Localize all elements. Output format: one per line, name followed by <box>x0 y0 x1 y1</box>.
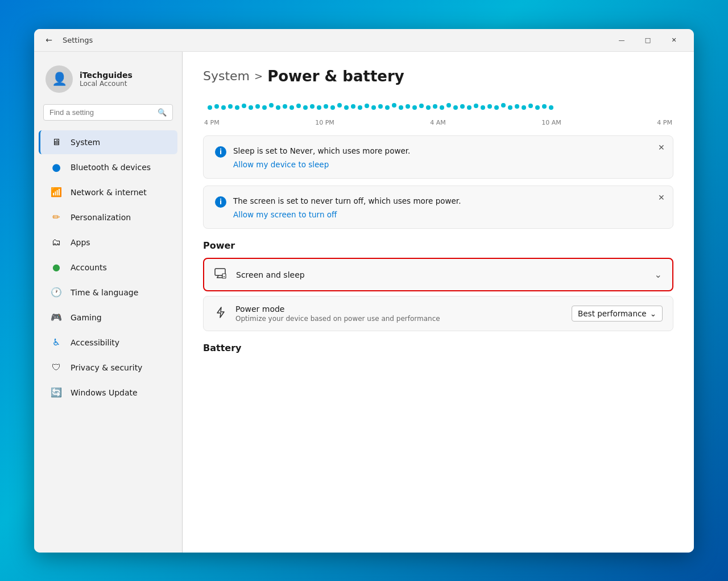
window-title: Settings <box>63 36 93 44</box>
svg-point-24 <box>371 105 376 110</box>
sidebar-item-system[interactable]: 🖥 System <box>39 130 177 154</box>
svg-point-20 <box>344 105 349 110</box>
screen-alert-close[interactable]: ✕ <box>658 193 665 202</box>
window-content: 👤 iTechguides Local Account 🔍 🖥 System ●… <box>34 52 694 553</box>
svg-point-10 <box>276 105 280 110</box>
close-button[interactable]: ✕ <box>661 31 687 49</box>
sleep-alert-icon: i <box>215 146 226 158</box>
svg-point-11 <box>283 104 287 109</box>
sleep-alert-text: Sleep is set to Never, which uses more p… <box>233 146 410 155</box>
power-mode-description: Optimize your device based on power use … <box>235 315 562 323</box>
chart-label-3: 4 AM <box>430 119 446 126</box>
sidebar-item-bluetooth[interactable]: ● Bluetooth & devices <box>39 155 177 179</box>
svg-point-16 <box>317 105 321 110</box>
search-input[interactable] <box>49 108 153 117</box>
svg-point-34 <box>440 105 444 110</box>
sidebar-item-accessibility-label: Accessibility <box>71 338 119 347</box>
user-name: iTechguides <box>80 71 133 80</box>
chart-label-2: 10 PM <box>315 119 334 126</box>
svg-point-56 <box>224 276 225 277</box>
svg-point-50 <box>549 105 553 110</box>
sleep-alert-card: i Sleep is set to Never, which uses more… <box>203 135 673 179</box>
sidebar-item-update[interactable]: 🔄 Windows Update <box>39 381 177 405</box>
sidebar: 👤 iTechguides Local Account 🔍 🖥 System ●… <box>34 52 182 553</box>
svg-point-49 <box>542 104 547 109</box>
chart-labels: 4 PM 10 PM 4 AM 10 AM 4 PM <box>203 119 673 126</box>
chart-label-4: 10 AM <box>541 119 561 126</box>
sidebar-item-network-label: Network & internet <box>71 188 147 197</box>
breadcrumb-parent: System <box>203 69 250 83</box>
search-icon: 🔍 <box>158 108 167 117</box>
svg-point-2 <box>221 105 226 110</box>
sidebar-item-gaming[interactable]: 🎮 Gaming <box>39 306 177 329</box>
svg-point-1 <box>214 104 219 109</box>
personalization-icon: ✏️ <box>50 211 63 224</box>
screen-sleep-chevron: ⌄ <box>655 269 662 280</box>
svg-point-19 <box>337 103 342 108</box>
svg-point-7 <box>255 104 260 109</box>
screen-alert-link[interactable]: Allow my screen to turn off <box>233 210 461 219</box>
svg-point-17 <box>324 104 328 109</box>
sidebar-item-network[interactable]: 📶 Network & internet <box>39 180 177 204</box>
maximize-button[interactable]: □ <box>635 31 661 49</box>
svg-point-42 <box>494 105 499 110</box>
back-button[interactable]: ← <box>41 32 57 48</box>
sidebar-item-time[interactable]: 🕐 Time & language <box>39 281 177 304</box>
sidebar-item-privacy-label: Privacy & security <box>71 363 142 372</box>
window-controls: — □ ✕ <box>609 31 687 49</box>
sidebar-item-bluetooth-label: Bluetooth & devices <box>71 163 151 172</box>
bluetooth-icon: ● <box>50 161 63 174</box>
svg-point-22 <box>358 105 362 110</box>
sidebar-item-privacy[interactable]: 🛡 Privacy & security <box>39 356 177 380</box>
power-mode-text: Power mode Optimize your device based on… <box>235 304 562 323</box>
power-mode-icon <box>214 306 226 322</box>
sidebar-item-apps-label: Apps <box>71 238 90 247</box>
chart-label-5: 4 PM <box>657 119 672 126</box>
chart-label-1: 4 PM <box>204 119 220 126</box>
power-mode-value: Best performance <box>578 309 647 318</box>
sidebar-item-gaming-label: Gaming <box>71 313 102 322</box>
svg-point-30 <box>412 105 417 110</box>
sleep-alert-close[interactable]: ✕ <box>658 143 665 152</box>
svg-point-28 <box>399 105 403 110</box>
accessibility-icon: ♿ <box>50 336 63 349</box>
svg-point-9 <box>269 103 274 108</box>
usage-chart-svg <box>203 98 673 117</box>
minimize-button[interactable]: — <box>609 31 635 49</box>
battery-usage-chart <box>203 98 673 117</box>
power-mode-title: Power mode <box>235 304 562 314</box>
svg-point-29 <box>406 104 410 109</box>
svg-point-47 <box>528 104 533 108</box>
search-box[interactable]: 🔍 <box>43 104 173 121</box>
sidebar-item-accounts[interactable]: ● Accounts <box>39 256 177 279</box>
screen-alert-card: i The screen is set to never turn off, w… <box>203 186 673 229</box>
svg-point-15 <box>310 104 315 109</box>
titlebar: ← Settings — □ ✕ <box>34 29 694 52</box>
svg-point-35 <box>446 103 451 108</box>
sleep-alert-link[interactable]: Allow my device to sleep <box>233 160 410 169</box>
svg-point-27 <box>392 103 396 108</box>
power-mode-select[interactable]: Best performance ⌄ <box>572 306 663 322</box>
breadcrumb-separator: > <box>254 70 263 82</box>
breadcrumb: System > Power & battery <box>203 68 673 85</box>
svg-point-31 <box>419 104 424 108</box>
time-icon: 🕐 <box>50 286 63 299</box>
sidebar-item-accessibility[interactable]: ♿ Accessibility <box>39 331 177 355</box>
sidebar-item-personalization[interactable]: ✏️ Personalization <box>39 205 177 229</box>
svg-point-14 <box>303 105 308 110</box>
screen-sleep-label: Screen and sleep <box>236 270 646 279</box>
sidebar-item-apps[interactable]: 🗂 Apps <box>39 230 177 254</box>
network-icon: 📶 <box>50 186 63 199</box>
sidebar-item-update-label: Windows Update <box>71 388 138 397</box>
svg-point-4 <box>235 105 239 110</box>
svg-point-3 <box>228 104 233 109</box>
svg-point-46 <box>522 105 526 110</box>
user-account-type: Local Account <box>80 80 133 88</box>
svg-point-5 <box>242 104 246 108</box>
battery-section-label: Battery <box>203 343 673 353</box>
screen-sleep-row[interactable]: Screen and sleep ⌄ <box>203 258 673 291</box>
svg-point-48 <box>535 105 540 110</box>
power-section-label: Power <box>203 240 673 251</box>
user-info: iTechguides Local Account <box>80 71 133 88</box>
svg-point-41 <box>487 104 492 109</box>
